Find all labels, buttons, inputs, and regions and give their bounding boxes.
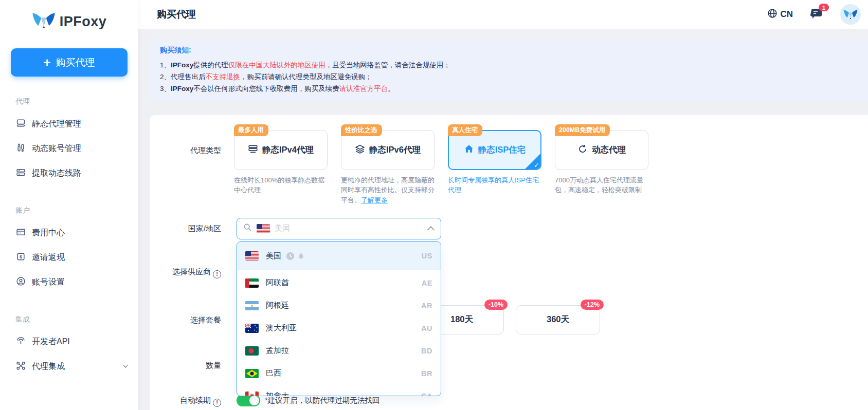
country-code: BD: [421, 347, 432, 355]
card-title: 静态IPv4代理: [262, 144, 314, 156]
info-icon[interactable]: !: [213, 270, 221, 278]
auto-renew-toggle[interactable]: [237, 395, 260, 406]
proxy-type-label: 代理类型: [150, 145, 221, 156]
sidebar-item-developer-api[interactable]: 开发者API: [0, 329, 138, 354]
sidebar-item-billing-center[interactable]: 费用中心: [0, 220, 138, 245]
notice-title: 购买须知:: [160, 46, 861, 55]
sidebar-item-label: 静态代理管理: [32, 119, 81, 129]
plan-name: 180天: [450, 314, 473, 325]
nav-section-account: 账户 费用中心 $ 邀请返现: [0, 206, 138, 294]
page-title: 购买代理: [157, 8, 196, 21]
flag-us-icon: [245, 251, 259, 260]
country-name: 美国: [266, 251, 281, 261]
flame-icon: [297, 252, 305, 260]
language-switcher[interactable]: CN: [767, 8, 793, 21]
monitor-icon: [16, 118, 26, 130]
chat-icon: [810, 12, 823, 21]
proxy-type-card-ipv6: 性价比之选 静态IPv6代理 更纯净的代理地址，高度隐蔽的同时享有高性价比。仅支…: [341, 130, 435, 206]
supplier-label: 选择供应商!: [150, 266, 221, 277]
country-option-bd[interactable]: 孟加拉 BD: [237, 340, 441, 362]
sidebar-item-label: 费用中心: [32, 228, 65, 238]
flag-br-icon: [245, 369, 259, 378]
language-label: CN: [780, 9, 793, 20]
country-code: AU: [421, 324, 432, 332]
sidebar-item-label: 邀请返现: [32, 252, 65, 263]
sidebar-item-label: 代理集成: [32, 361, 65, 372]
sidebar: IPFoxy + 购买代理 代理 静态代理管理: [0, 0, 138, 410]
sidebar-item-proxy-integration[interactable]: 代理集成: [0, 354, 138, 379]
nav-section-integration-label: 集成: [0, 315, 138, 324]
country-name: 阿联酋: [266, 278, 289, 288]
messages-button[interactable]: 1: [810, 8, 823, 21]
country-option-ae[interactable]: 阿联酋 AE: [237, 272, 441, 294]
server-stack-icon: [248, 144, 258, 156]
country-placeholder: 美国: [275, 223, 425, 233]
info-icon[interactable]: !: [213, 399, 221, 407]
card-description: 更纯净的代理地址，高度隐蔽的同时享有高性价比。仅支持部分平台。了解更多: [341, 175, 435, 206]
sidebar-item-label: 动态账号管理: [32, 143, 81, 154]
layers-icon: [355, 144, 365, 156]
nav-section-account-label: 账户: [0, 206, 138, 215]
clock-icon: [286, 252, 295, 260]
sidebar-item-static-proxy-management[interactable]: 静态代理管理: [0, 111, 138, 136]
card-badge: 200MB免费试用: [555, 124, 610, 136]
discount-badge: -10%: [484, 300, 508, 310]
country-label: 国家/地区: [150, 223, 221, 234]
country-name: 澳大利亚: [266, 323, 297, 333]
country-option-ca[interactable]: 加拿大 CA: [237, 385, 441, 396]
dollar-square-icon: $: [16, 252, 26, 264]
refresh-icon: [577, 144, 588, 156]
country-tags: [286, 252, 305, 260]
nav-section-proxy-label: 代理: [0, 97, 138, 106]
country-code: BR: [421, 369, 432, 378]
card-badge: 最多人用: [234, 124, 268, 136]
avatar-fox-icon: [843, 9, 858, 20]
card-badge: 性价比之选: [341, 124, 382, 136]
sidebar-item-extract-dynamic-lines[interactable]: 提取动态线路: [0, 161, 138, 185]
buy-proxy-button-label: 购买代理: [56, 56, 95, 69]
fingerprint-icon: [16, 336, 26, 348]
country-option-us[interactable]: 美国 US: [237, 242, 441, 270]
chevron-up-icon: [427, 226, 435, 233]
user-circle-icon: [16, 276, 26, 288]
search-icon: [243, 223, 252, 234]
flag-au-icon: [245, 324, 259, 333]
buy-proxy-button[interactable]: + 购买代理: [11, 48, 128, 77]
sidebar-item-label: 提取动态线路: [32, 168, 81, 179]
proxy-type-card-dynamic: 200MB免费试用 动态代理 7000万动态真人住宅代理流量包，高速稳定，轻松突…: [555, 130, 648, 195]
main-area: 购买代理 CN: [138, 0, 868, 410]
country-name: 加拿大: [266, 391, 289, 396]
sidebar-item-label: 账号设置: [32, 277, 65, 288]
card-title: 静态IPv6代理: [369, 144, 421, 156]
country-option-ar[interactable]: 阿根廷 AR: [237, 294, 441, 317]
plan-label: 选择套餐: [150, 314, 221, 326]
notice-line-1: 1、IPFoxy提供的代理仅限在中国大陆以外的地区使用，且受当地网络监管，请合法…: [160, 59, 861, 71]
plan-option-360[interactable]: 360天 -12%: [516, 305, 600, 334]
learn-more-link[interactable]: 了解更多: [361, 196, 388, 204]
home-icon: [464, 144, 474, 156]
topbar-right: CN 1: [767, 4, 861, 25]
nav-section-proxy: 代理 静态代理管理 动态账号管理: [0, 97, 138, 185]
flag-ar-icon: [245, 301, 259, 310]
sidebar-item-referral-cashback[interactable]: $ 邀请返现: [0, 245, 138, 270]
card-description: 在线时长100%的独享静态数据中心代理: [234, 175, 328, 195]
country-option-au[interactable]: 澳大利亚 AU: [237, 317, 441, 340]
plus-icon: +: [43, 57, 50, 69]
country-option-br[interactable]: 巴西 BR: [237, 362, 441, 385]
server-icon: [16, 167, 26, 179]
flag-ca-icon: [245, 392, 259, 396]
discount-badge: -12%: [581, 300, 604, 310]
globe-icon: [767, 8, 777, 21]
quantity-label: 数量: [150, 360, 221, 371]
auto-renew-note: *建议开启，以防代理过期无法找回: [265, 396, 379, 405]
avatar[interactable]: [840, 4, 861, 25]
sidebar-item-account-settings[interactable]: 账号设置: [0, 270, 138, 294]
sidebar-item-dynamic-account-management[interactable]: 动态账号管理: [0, 136, 138, 161]
country-select-input[interactable]: 美国: [237, 218, 441, 239]
country-code: AR: [421, 302, 432, 310]
proxy-type-card-ipv4: 最多人用 静态IPv4代理 在线时长100%的独享静态数据中心代理: [234, 130, 328, 195]
chevron-down-icon[interactable]: [122, 363, 129, 372]
divider: [237, 271, 441, 271]
integration-nodes-icon: [16, 361, 26, 372]
country-name: 阿根廷: [266, 301, 289, 310]
